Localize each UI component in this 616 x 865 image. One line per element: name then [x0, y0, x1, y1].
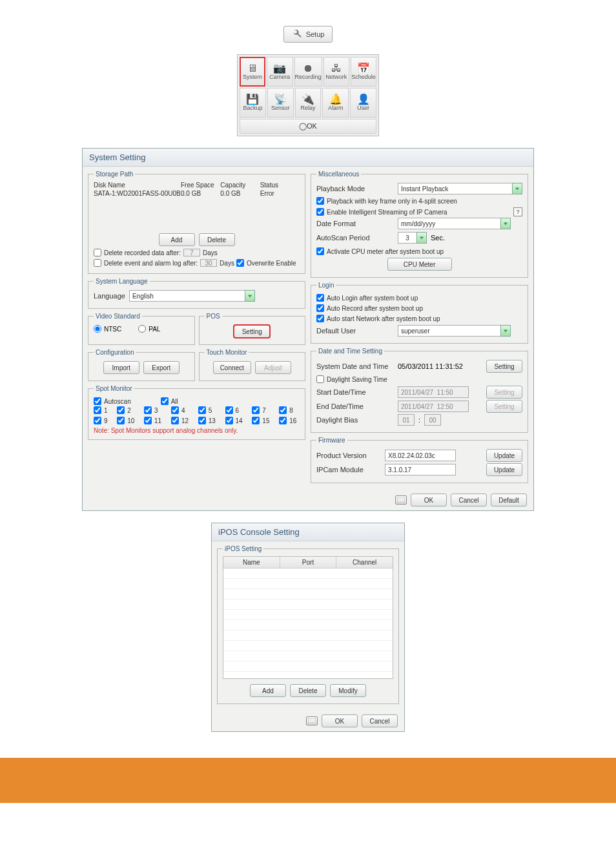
login-group: Login Auto Login after system boot up Au…: [311, 282, 528, 344]
spot-ch-7[interactable]: 7: [252, 406, 272, 414]
nav-schedule[interactable]: 📅Schedule: [351, 57, 376, 87]
col-disk-name: Disk Name: [94, 182, 181, 189]
config-export-button[interactable]: Export: [143, 361, 180, 374]
spot-ch-4[interactable]: 4: [171, 406, 192, 414]
dropdown-arrow-icon[interactable]: [512, 183, 522, 194]
touch-adjust-button: Adjust: [255, 361, 291, 374]
nav-system[interactable]: 🖥System: [240, 57, 265, 87]
intelligent-streaming-checkbox[interactable]: Enable Intelligent Streaming of IP Camer…: [316, 208, 509, 216]
keyboard-icon[interactable]: [395, 495, 407, 505]
spot-ch-1[interactable]: 1: [94, 406, 110, 414]
dst-start-value: [398, 386, 469, 398]
cpu-meter-checkbox[interactable]: Activate CPU meter after system boot up: [316, 247, 444, 255]
schedule-icon: 📅: [357, 63, 370, 74]
spot-ch-14[interactable]: 14: [225, 417, 246, 424]
spot-all-checkbox[interactable]: All: [161, 397, 178, 405]
spot-ch-15[interactable]: 15: [252, 417, 272, 424]
nav-backup[interactable]: 💾Backup: [240, 88, 266, 118]
spot-ch-3[interactable]: 3: [144, 406, 165, 414]
spot-ch-11[interactable]: 11: [144, 417, 165, 424]
system-language-group: System Language Language: [88, 278, 305, 309]
auto-login-checkbox[interactable]: Auto Login after system boot up: [316, 294, 418, 302]
nav-camera[interactable]: 📷Camera: [267, 57, 293, 87]
video-standard-group: Video Standard NTSC PAL: [88, 313, 195, 345]
user-icon: 👤: [357, 94, 370, 105]
ipcam-update-button[interactable]: Update: [486, 463, 522, 476]
date-format-select[interactable]: [398, 218, 501, 229]
auto-record-checkbox[interactable]: Auto Record after system boot up: [316, 304, 423, 312]
playback-mode-select[interactable]: [398, 183, 513, 194]
keyboard-icon[interactable]: [306, 716, 318, 725]
configuration-group: Configuration Import Export: [88, 349, 195, 381]
nav-ok-button[interactable]: ◯OK: [240, 119, 376, 134]
cpu-meter-button[interactable]: CPU Meter: [387, 258, 452, 271]
autoscan-checkbox[interactable]: Autoscan: [94, 397, 131, 405]
ipos-table[interactable]: Name Port Channel: [223, 556, 393, 679]
system-datetime-label: System Date and Time: [316, 362, 394, 370]
product-update-button[interactable]: Update: [486, 449, 522, 462]
nav-recording[interactable]: ⏺Recording: [294, 57, 322, 87]
dropdown-arrow-icon[interactable]: [416, 232, 427, 244]
spot-ch-9[interactable]: 9: [94, 417, 110, 424]
help-icon[interactable]: ?: [513, 207, 522, 216]
overwrite-enable-checkbox[interactable]: Overwrite Enable: [236, 259, 296, 267]
setup-button[interactable]: Setup: [283, 26, 333, 43]
dropdown-arrow-icon[interactable]: [500, 218, 511, 229]
sensor-icon: 📡: [274, 94, 287, 105]
autoscan-period-select[interactable]: [398, 232, 417, 244]
ipos-modify-button[interactable]: Modify: [330, 684, 366, 697]
config-import-button[interactable]: Import: [103, 361, 139, 374]
spot-monitor-group: Spot Monitor Autoscan All 12345678910111…: [88, 385, 305, 440]
pal-radio[interactable]: PAL: [138, 325, 160, 333]
dst-start-setting-button: Setting: [486, 386, 522, 399]
storage-path-group: Storage Path Disk Name Free Space Capaci…: [88, 171, 305, 274]
dropdown-arrow-icon[interactable]: [245, 290, 255, 302]
spot-ch-2[interactable]: 2: [117, 406, 138, 414]
nav-network[interactable]: 🖧Network: [323, 57, 349, 87]
spot-ch-12[interactable]: 12: [171, 417, 192, 424]
touch-monitor-group: Touch Monitor Connect Adjust: [199, 349, 306, 381]
ipos-delete-button[interactable]: Delete: [290, 684, 326, 697]
date-format-label: Date Format: [316, 220, 394, 227]
setup-label: Setup: [306, 30, 325, 38]
system-ok-button[interactable]: OK: [411, 494, 447, 506]
spot-ch-13[interactable]: 13: [198, 417, 219, 424]
nav-user[interactable]: 👤User: [350, 88, 376, 118]
nav-alarm[interactable]: 🔔Alarm: [322, 88, 349, 118]
delete-event-checkbox[interactable]: Delete event and alarm log after: Days: [94, 259, 234, 267]
ntsc-radio[interactable]: NTSC: [94, 325, 121, 333]
dst-checkbox[interactable]: Daylight Saving Time: [316, 375, 387, 383]
spot-ch-6[interactable]: 6: [225, 406, 246, 414]
default-user-select[interactable]: [398, 325, 501, 337]
ipos-add-button[interactable]: Add: [250, 684, 286, 697]
ipos-col-port: Port: [280, 557, 337, 568]
system-cancel-button[interactable]: Cancel: [451, 494, 487, 506]
dst-start-label: Start Date/Time: [316, 388, 394, 396]
ipos-ok-button[interactable]: OK: [322, 714, 358, 727]
dropdown-arrow-icon[interactable]: [500, 325, 511, 337]
pos-setting-button[interactable]: Setting: [234, 325, 270, 338]
storage-add-button[interactable]: Add: [159, 233, 195, 246]
bias-minutes: [424, 414, 441, 426]
settings-nav: 🖥System 📷Camera ⏺Recording 🖧Network 📅Sch…: [237, 54, 379, 136]
datetime-setting-button[interactable]: Setting: [486, 360, 522, 373]
delete-recorded-checkbox[interactable]: Delete recorded data after: Days: [94, 249, 218, 256]
keyframe-checkbox[interactable]: Playback with key frame only in 4-split …: [316, 197, 457, 205]
spot-ch-5[interactable]: 5: [198, 406, 219, 414]
language-select[interactable]: [129, 290, 245, 302]
system-default-button[interactable]: Default: [491, 494, 527, 506]
touch-connect-button[interactable]: Connect: [213, 361, 251, 374]
system-datetime-value: 05/03/2011 11:31:52: [398, 362, 463, 370]
ipos-cancel-button[interactable]: Cancel: [362, 714, 398, 727]
col-capacity: Capacity: [220, 182, 260, 189]
nav-relay[interactable]: 🔌Relay: [295, 88, 322, 118]
spot-ch-16[interactable]: 16: [279, 417, 300, 424]
auto-network-checkbox[interactable]: Auto start Network after system boot up: [316, 315, 440, 322]
spot-ch-10[interactable]: 10: [117, 417, 138, 424]
spot-ch-8[interactable]: 8: [279, 406, 300, 414]
language-label: Language: [94, 292, 125, 300]
nav-sensor[interactable]: 📡Sensor: [267, 88, 294, 118]
storage-row[interactable]: SATA-1:WD2001FASS-00U0B 0.0 GB 0.0 GB Er…: [94, 190, 300, 197]
monitor-icon: 🖥: [247, 63, 258, 74]
storage-delete-button[interactable]: Delete: [199, 233, 235, 246]
